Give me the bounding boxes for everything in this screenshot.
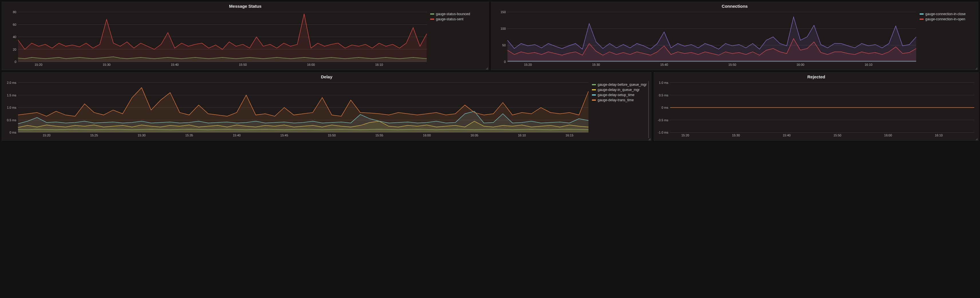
svg-text:16:10: 16:10	[375, 63, 383, 67]
svg-text:16:10: 16:10	[935, 133, 943, 137]
svg-text:15:40: 15:40	[171, 63, 179, 67]
svg-text:20: 20	[13, 48, 16, 51]
legend[interactable]: gauge-status-bounced gauge-status-sent	[428, 10, 486, 68]
svg-text:15:20: 15:20	[524, 63, 532, 67]
legend-swatch-icon	[592, 84, 596, 85]
svg-text:1.0 ms: 1.0 ms	[7, 106, 17, 109]
legend-swatch-icon	[920, 19, 924, 20]
svg-text:2.0 ms: 2.0 ms	[7, 81, 17, 84]
legend-item[interactable]: gauge-connection-in-open	[920, 17, 974, 22]
svg-text:0.5 ms: 0.5 ms	[659, 94, 668, 97]
svg-text:15:25: 15:25	[90, 133, 98, 137]
legend[interactable]: gauge-connection-in-close gauge-connecti…	[918, 10, 976, 68]
plot-area[interactable]: 05010015015:2015:3015:4015:5016:0016:10	[494, 10, 918, 68]
svg-text:15:30: 15:30	[592, 63, 600, 67]
svg-text:60: 60	[13, 23, 16, 26]
resize-handle-icon[interactable]	[485, 67, 488, 69]
legend-swatch-icon	[430, 19, 434, 20]
panel-body: -1.0 ms-0.5 ms0 ms0.5 ms1.0 ms15:2015:30…	[654, 80, 978, 140]
svg-text:15:50: 15:50	[834, 133, 842, 137]
legend-item[interactable]: gauge-status-bounced	[430, 11, 485, 17]
svg-text:50: 50	[502, 43, 506, 47]
svg-text:100: 100	[501, 27, 506, 30]
panel-title: Rejected	[654, 73, 978, 80]
legend-item[interactable]: gauge-connection-in-close	[920, 11, 974, 17]
svg-text:150: 150	[501, 10, 506, 14]
legend-label: gauge-delay-trans_time	[598, 98, 634, 102]
svg-text:15:55: 15:55	[375, 133, 383, 137]
svg-text:0: 0	[14, 60, 16, 63]
plot-area[interactable]: -1.0 ms-0.5 ms0 ms0.5 ms1.0 ms15:2015:30…	[656, 81, 976, 138]
legend[interactable]: gauge-delay-before_queue_mgr gauge-delay…	[590, 81, 649, 138]
panel-delay[interactable]: Delay 0 ms0.5 ms1.0 ms1.5 ms2.0 ms15:201…	[2, 72, 651, 141]
svg-text:16:00: 16:00	[885, 133, 892, 137]
legend-item[interactable]: gauge-delay-trans_time	[592, 98, 647, 103]
svg-text:40: 40	[13, 35, 16, 39]
panel-message-status[interactable]: Message Status 02040608015:2015:3015:401…	[2, 2, 489, 70]
plot-area[interactable]: 0 ms0.5 ms1.0 ms1.5 ms2.0 ms15:2015:2515…	[4, 81, 590, 138]
legend-item[interactable]: gauge-status-sent	[430, 17, 485, 22]
legend-swatch-icon	[920, 13, 924, 14]
svg-text:16:05: 16:05	[471, 133, 479, 137]
panel-body: 02040608015:2015:3015:4015:5016:0016:10 …	[2, 9, 488, 70]
svg-text:80: 80	[13, 10, 16, 14]
legend-item[interactable]: gauge-delay-setup_time	[592, 92, 647, 98]
svg-text:15:20: 15:20	[35, 63, 43, 67]
legend-label: gauge-status-sent	[436, 17, 463, 21]
legend-swatch-icon	[592, 100, 596, 101]
svg-text:16:15: 16:15	[566, 133, 574, 137]
svg-text:1.5 ms: 1.5 ms	[7, 94, 17, 97]
svg-text:16:00: 16:00	[797, 63, 805, 67]
svg-text:0 ms: 0 ms	[662, 106, 668, 109]
legend-swatch-icon	[430, 13, 434, 14]
legend-item[interactable]: gauge-delay-in_queue_mgr	[592, 87, 647, 92]
legend-label: gauge-delay-setup_time	[598, 93, 635, 97]
svg-text:0: 0	[504, 60, 506, 63]
svg-text:-1.0 ms: -1.0 ms	[658, 131, 668, 134]
svg-text:15:50: 15:50	[239, 63, 247, 67]
panel-connections[interactable]: Connections 05010015015:2015:3015:4015:5…	[491, 2, 978, 70]
resize-handle-icon[interactable]	[975, 67, 977, 69]
resize-handle-icon[interactable]	[648, 137, 651, 140]
legend-swatch-icon	[592, 89, 596, 90]
svg-text:15:50: 15:50	[328, 133, 336, 137]
svg-text:1.0 ms: 1.0 ms	[659, 81, 668, 84]
legend-label: gauge-status-bounced	[436, 12, 470, 16]
svg-text:15:35: 15:35	[185, 133, 193, 137]
panel-body: 0 ms0.5 ms1.0 ms1.5 ms2.0 ms15:2015:2515…	[2, 80, 651, 140]
panel-title: Connections	[492, 2, 978, 9]
panel-title: Delay	[2, 73, 651, 80]
panel-title: Message Status	[2, 2, 488, 9]
legend-swatch-icon	[592, 94, 596, 95]
svg-text:15:40: 15:40	[660, 63, 668, 67]
svg-text:0.5 ms: 0.5 ms	[7, 118, 17, 122]
panel-body: 05010015015:2015:3015:4015:5016:0016:10 …	[492, 9, 978, 70]
svg-text:15:30: 15:30	[138, 133, 146, 137]
svg-text:16:10: 16:10	[518, 133, 526, 137]
svg-text:15:45: 15:45	[280, 133, 288, 137]
svg-text:15:20: 15:20	[43, 133, 51, 137]
svg-text:16:00: 16:00	[307, 63, 315, 67]
legend-label: gauge-connection-in-open	[925, 17, 965, 21]
svg-text:16:00: 16:00	[423, 133, 431, 137]
svg-text:15:40: 15:40	[233, 133, 241, 137]
panel-rejected[interactable]: Rejected -1.0 ms-0.5 ms0 ms0.5 ms1.0 ms1…	[654, 72, 978, 141]
legend-label: gauge-delay-before_queue_mgr	[598, 82, 647, 87]
svg-text:16:10: 16:10	[865, 63, 873, 67]
legend-item[interactable]: gauge-delay-before_queue_mgr	[592, 82, 647, 87]
dashboard-grid: Message Status 02040608015:2015:3015:401…	[0, 0, 980, 143]
svg-text:15:50: 15:50	[729, 63, 737, 67]
legend-label: gauge-delay-in_queue_mgr	[598, 88, 640, 92]
svg-text:15:30: 15:30	[103, 63, 111, 67]
svg-text:15:30: 15:30	[732, 133, 740, 137]
svg-text:-0.5 ms: -0.5 ms	[658, 118, 668, 122]
svg-text:15:20: 15:20	[681, 133, 689, 137]
svg-text:15:40: 15:40	[783, 133, 791, 137]
svg-text:0 ms: 0 ms	[10, 131, 16, 134]
legend-label: gauge-connection-in-close	[925, 12, 966, 16]
resize-handle-icon[interactable]	[975, 137, 978, 140]
plot-area[interactable]: 02040608015:2015:3015:4015:5016:0016:10	[4, 10, 428, 68]
